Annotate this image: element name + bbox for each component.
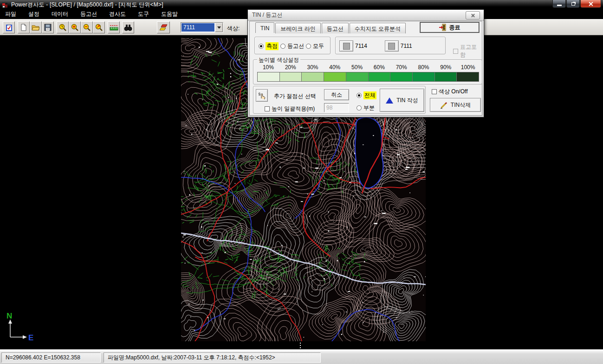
scale-cell-80 <box>413 72 435 81</box>
layer-color-swatch-1 <box>343 43 350 50</box>
scale-cell-40 <box>324 72 346 81</box>
toolbar-open-folder-button[interactable] <box>30 21 42 33</box>
height-apply-row: 높이 일괄적용(m) <box>265 105 315 113</box>
tin-delete-button[interactable]: TIN삭제 <box>430 98 481 112</box>
compass: N E <box>4 311 39 343</box>
save-icon <box>44 24 52 31</box>
elevation-include-row: 표고포함 <box>453 43 482 59</box>
color-onoff-row: 색상 On/Off <box>432 88 467 96</box>
scale-cell-20 <box>280 72 302 81</box>
radio-contour[interactable] <box>280 44 285 49</box>
height-apply-label: 높이 일괄적용(m) <box>272 105 315 113</box>
open-folder-icon <box>32 24 40 31</box>
toolbar-clipboard-check-button[interactable] <box>3 21 15 33</box>
layer-color-button-2[interactable] <box>385 40 399 52</box>
height-value-input[interactable] <box>324 103 349 112</box>
scale-cell-70 <box>390 72 413 81</box>
dialog-close-button[interactable] <box>466 11 480 20</box>
menu-settings[interactable]: 설정 <box>23 9 46 20</box>
find-binoculars-icon <box>124 24 132 31</box>
radio-point[interactable] <box>259 44 264 49</box>
compass-north-label: N <box>6 312 12 320</box>
toolbar-layer-sheets-button[interactable] <box>157 21 170 33</box>
zoom-out-icon <box>83 24 91 32</box>
scale-cell-50 <box>346 72 369 81</box>
layer-color-swatch-2 <box>388 43 395 50</box>
toolbar-new-file-button[interactable] <box>18 21 30 33</box>
tin-source-group: 측점 등고선 모두 <box>254 37 331 54</box>
toolbar-zoom-extents-button[interactable] <box>57 21 69 33</box>
layer-code-1: 7114 <box>355 43 367 49</box>
add-node-select-button[interactable] <box>256 89 268 102</box>
toolbar-zoom-out-button[interactable] <box>81 21 93 33</box>
color-onoff-checkbox[interactable] <box>432 89 437 94</box>
menu-contour[interactable]: 등고선 <box>75 9 104 20</box>
pencil-erase-icon <box>440 101 448 109</box>
close-icon <box>588 1 593 6</box>
toolbar-zoom-in-button[interactable] <box>69 21 81 33</box>
add-node-label: 추가 절점선 선택 <box>274 92 316 100</box>
layer-combo[interactable]: 7111 <box>181 22 223 32</box>
tin-action-group: 추가 절점선 선택 취소 높이 일괄적용(m) 전체 부분 TIN 작성 <box>253 86 426 114</box>
radio-part-label: 부분 <box>363 104 375 112</box>
elevation-include-checkbox[interactable] <box>453 49 458 54</box>
layer-color-button-1[interactable] <box>339 40 353 52</box>
menu-help[interactable]: 도움말 <box>156 9 185 20</box>
whole-radio-row: 전체 <box>357 91 376 99</box>
layer-code-2: 7111 <box>401 43 412 49</box>
restore-icon <box>571 2 575 6</box>
chevron-down-icon <box>217 26 221 29</box>
toolbar-save-button[interactable] <box>42 21 54 33</box>
tab-error-analysis[interactable]: 수치지도 오류분석 <box>350 23 406 33</box>
tin-create-label: TIN 작성 <box>396 97 418 104</box>
toolbar-find-button[interactable] <box>122 21 134 33</box>
layer-combo-dropdown-button[interactable] <box>215 23 223 32</box>
scale-cell-100 <box>457 72 479 81</box>
restore-button[interactable] <box>566 0 580 8</box>
tab-break-line[interactable]: 브레이크 라인 <box>275 23 320 33</box>
menu-data[interactable]: 데이터 <box>46 9 75 20</box>
minimize-icon <box>557 5 562 6</box>
dialog-tabs: TIN 브레이크 라인 등고선 수치지도 오류분석 <box>255 23 407 33</box>
clipboard-check-icon <box>5 24 13 32</box>
radio-whole-label: 전체 <box>363 91 376 99</box>
statusbar: N=296086.402 E=150632.358 파일명:Map5000.dx… <box>0 349 603 364</box>
dialog-titlebar[interactable]: TIN / 등고선 <box>248 10 484 21</box>
minimize-button[interactable] <box>552 0 566 8</box>
dialog-close-icon <box>471 13 475 18</box>
toolbar-measure-button[interactable] <box>108 21 120 33</box>
exit-button[interactable]: 종료 <box>420 22 479 32</box>
menu-file[interactable]: 파일 <box>0 9 23 20</box>
close-button[interactable] <box>580 0 601 8</box>
tab-contour[interactable]: 등고선 <box>322 23 349 33</box>
tin-contour-dialog: TIN / 등고선 TIN 브레이크 라인 등고선 수치지도 오류분석 종료 <box>247 9 484 117</box>
compass-east-label: E <box>28 333 33 342</box>
part-radio-row: 부분 <box>357 104 375 112</box>
cancel-button[interactable]: 취소 <box>324 89 349 100</box>
height-color-group-title: 높이별 색상설정 <box>257 56 300 64</box>
menu-slope[interactable]: 경사도 <box>104 9 133 20</box>
height-color-scale[interactable] <box>257 72 479 82</box>
radio-all[interactable] <box>306 44 311 49</box>
height-color-group: 높이별 색상설정 10%20% 30%40% 50%60% 70%80% 90%… <box>253 59 482 84</box>
radio-whole[interactable] <box>357 93 362 98</box>
color-label: 색상: <box>227 25 240 32</box>
layer-sheets-icon <box>159 24 168 31</box>
window-titlebar[interactable]: Power경사도 - [SLOPE] / [Map5000.dxf] - [지적… <box>0 0 603 10</box>
color-onoff-label: 색상 On/Off <box>439 88 467 96</box>
menu-tools[interactable]: 도구 <box>133 9 156 20</box>
scale-cell-90 <box>435 72 457 81</box>
statusbar-coordinates: N=296086.402 E=150632.358 <box>1 352 101 363</box>
tab-tin[interactable]: TIN <box>255 22 274 33</box>
scale-cell-30 <box>302 72 324 81</box>
cancel-button-label: 취소 <box>331 91 342 99</box>
height-apply-checkbox[interactable] <box>265 106 270 111</box>
toolbar-zoom-window-button[interactable] <box>93 21 105 33</box>
window-title: Power경사도 - [SLOPE] / [Map5000.dxf] - [지적… <box>11 1 163 9</box>
triangle-icon <box>386 98 393 104</box>
statusbar-file-info: 파일명:Map5000.dxf, 날짜:2007-03-11 오후 7:18:1… <box>104 352 321 363</box>
layer-combo-value: 7111 <box>182 23 214 32</box>
tin-create-button[interactable]: TIN 작성 <box>380 89 424 112</box>
app-icon <box>2 2 8 8</box>
radio-part[interactable] <box>357 105 362 110</box>
